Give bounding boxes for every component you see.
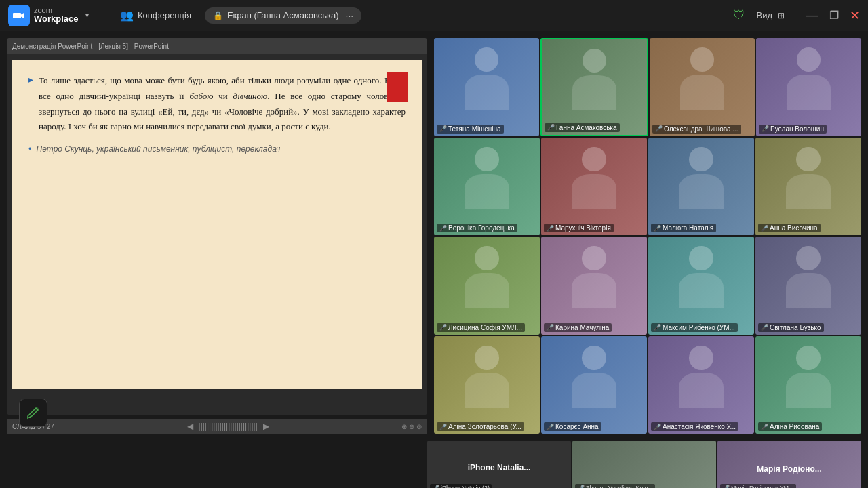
participant-name-2: 🎤 Ганна Асмаковська — [545, 123, 620, 132]
strip-cell-1: iPhone Natalia... 🎤 iPhone Natalia (2) — [427, 441, 571, 488]
strip-mic-2: 🎤 — [577, 485, 585, 488]
body-6 — [572, 174, 616, 209]
strip-small-name-3: 🎤 Марія Родіонова УМ... — [720, 484, 796, 488]
participant-cell-15: 🎤 Анастасія Яковенко У... — [648, 336, 754, 434]
mic-icon-3: 🎤 — [655, 125, 663, 132]
body-11 — [679, 273, 724, 308]
strip-small-name-1: 🎤 iPhone Natalia (2) — [430, 484, 492, 488]
avatar-6 — [541, 138, 647, 236]
presentation-area: Демонстрація PowerPoint - [Лекція 5] - P… — [7, 38, 427, 434]
avatar-11 — [648, 237, 754, 335]
participant-cell-12: 🎤 Світлана Бузько — [755, 237, 861, 335]
avatar-13 — [434, 336, 540, 434]
mic-icon-7: 🎤 — [654, 225, 661, 232]
head-8 — [796, 147, 821, 171]
head-16 — [796, 346, 821, 370]
slide-window: Демонстрація PowerPoint - [Лекція 5] - P… — [7, 38, 427, 415]
mic-icon-12: 🎤 — [761, 324, 768, 331]
slide-decoration — [387, 72, 408, 102]
avatar-5 — [434, 138, 540, 236]
participant-name-6: 🎤 Марухніч Вікторія — [544, 224, 614, 232]
slide-content: То лише здається, що мова може бути будь… — [12, 60, 422, 389]
strip-mic-3: 🎤 — [722, 485, 730, 488]
mic-icon-15: 🎤 — [654, 424, 661, 430]
avatar-10 — [541, 237, 647, 335]
head-2 — [583, 49, 606, 73]
silhouette-2 — [563, 49, 626, 125]
participant-cell-2: 🎤 Ганна Асмаковська — [540, 38, 648, 136]
window-controls: — ❐ ✕ — [806, 8, 860, 23]
prev-slide-btn[interactable]: ◀ — [187, 422, 193, 431]
strip-cell-2: 🎤 Zhanna Vasylivna Kolo... — [572, 441, 716, 488]
video-row-2: 🎤 Вероніка Городецька 🎤 Марухніч Вікторі… — [434, 138, 861, 236]
participant-name-3: 🎤 Олександра Шишова ... — [652, 125, 741, 134]
participant-name-15: 🎤 Анастасія Яковенко У... — [651, 422, 738, 431]
maximize-button[interactable]: ❐ — [829, 9, 839, 22]
mic-icon-4: 🎤 — [762, 125, 769, 132]
participant-cell-1: 🎤 Тетяна Мішеніна — [434, 38, 539, 136]
avatar-15 — [648, 336, 754, 434]
silhouette-1 — [455, 47, 518, 126]
view-button[interactable]: Вид ⊞ — [756, 10, 785, 20]
silhouette-4 — [777, 47, 840, 126]
body-1 — [465, 75, 509, 110]
head-9 — [475, 246, 499, 270]
close-button[interactable]: ✕ — [850, 8, 860, 23]
strip-name-1: iPhone Natalia... — [464, 463, 535, 472]
minimize-button[interactable]: — — [806, 8, 818, 22]
mic-icon-1: 🎤 — [439, 125, 447, 132]
mic-icon-14: 🎤 — [547, 424, 554, 430]
body-16 — [786, 373, 831, 408]
zoom-level: ⊕ ⊖ ⊙ — [401, 423, 422, 430]
body-13 — [465, 373, 509, 408]
shield-icon: 🛡 — [733, 8, 745, 22]
annotation-button[interactable] — [19, 399, 47, 427]
video-row-4: 🎤 Аліна Золотарьова (У... 🎤 Косарєс Анна — [434, 336, 861, 434]
video-row-3: 🎤 Лисицина Софія УМЛ... 🎤 Карина Мачулін… — [434, 237, 861, 335]
next-slide-btn[interactable]: ▶ — [263, 422, 269, 431]
conference-label: Конференція — [138, 10, 191, 20]
participant-name-4: 🎤 Руслан Волошин — [759, 125, 827, 134]
participant-name-1: 🎤 Тетяна Мішеніна — [437, 125, 504, 134]
avatar-14 — [541, 336, 647, 434]
body-2 — [572, 75, 616, 110]
body-10 — [572, 273, 616, 308]
participant-cell-16: 🎤 Аліна Рисована — [755, 336, 861, 434]
participant-cell-4: 🎤 Руслан Волошин — [756, 38, 861, 136]
more-options-icon[interactable]: ··· — [346, 10, 354, 21]
mic-icon-16: 🎤 — [761, 424, 768, 430]
head-7 — [689, 147, 713, 171]
head-1 — [475, 47, 498, 71]
silhouette-15 — [669, 346, 733, 424]
participant-name-8: 🎤 Анна Височина — [758, 224, 821, 232]
silhouette-5 — [455, 147, 519, 226]
mic-icon-8: 🎤 — [761, 225, 768, 232]
screen-share-pill[interactable]: 🔒 Екран (Ганна Асмаковська) ··· — [205, 7, 361, 24]
avatar-16 — [755, 336, 861, 434]
screen-share-label: Екран (Ганна Асмаковська) — [227, 10, 339, 20]
silhouette-7 — [669, 147, 733, 226]
avatar-2 — [542, 39, 647, 135]
body-14 — [572, 373, 616, 408]
bottom-strip: iPhone Natalia... 🎤 iPhone Natalia (2) 🎤… — [0, 441, 868, 488]
chevron-down-icon[interactable]: ▾ — [85, 12, 89, 19]
right-controls: 🛡 Вид ⊞ — ❐ ✕ — [733, 8, 860, 23]
head-14 — [582, 346, 606, 370]
participant-name-11: 🎤 Максим Рибенко (УМ... — [651, 323, 738, 332]
silhouette-6 — [562, 147, 626, 226]
slide-paragraph: То лише здається, що мова може бути будь… — [28, 73, 406, 135]
head-15 — [689, 346, 713, 370]
body-15 — [679, 373, 724, 408]
participant-cell-11: 🎤 Максим Рибенко (УМ... — [648, 237, 754, 335]
head-12 — [796, 246, 821, 270]
workplace-text: Workplace — [34, 14, 79, 24]
slide-titlebar: Демонстрація PowerPoint - [Лекція 5] - P… — [7, 38, 427, 54]
logo-area: zoom Workplace ▾ — [8, 5, 106, 26]
mic-icon-5: 🎤 — [439, 225, 447, 232]
silhouette-8 — [776, 147, 840, 226]
silhouette-11 — [669, 246, 733, 325]
head-6 — [582, 147, 606, 171]
body-9 — [465, 273, 509, 308]
silhouette-3 — [671, 47, 734, 126]
participant-name-16: 🎤 Аліна Рисована — [758, 422, 822, 431]
